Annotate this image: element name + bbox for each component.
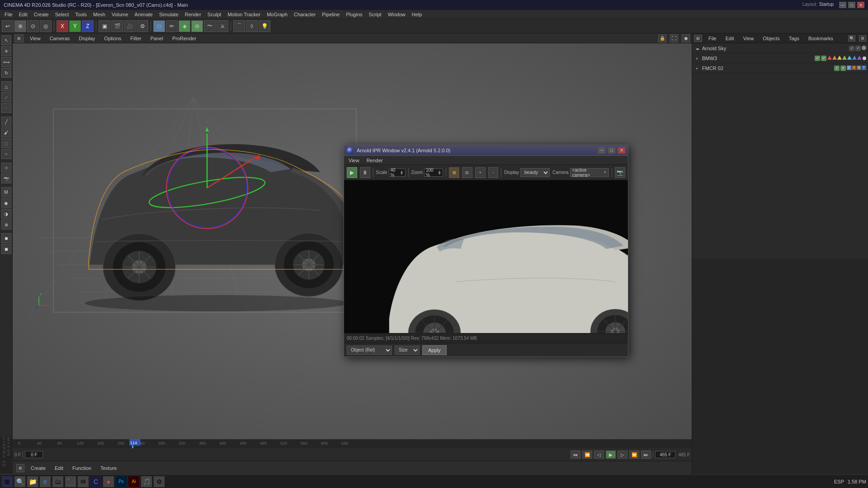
ipr-pause-btn[interactable]: ⏸: [360, 167, 370, 178]
menu-motion-tracker[interactable]: Motion Tracker: [225, 11, 263, 18]
play-button[interactable]: ▶: [606, 450, 616, 459]
tool-point[interactable]: ·: [1, 103, 11, 113]
toolbar-undo[interactable]: ↩: [2, 20, 14, 32]
toolbar-render-to[interactable]: 🎥: [124, 20, 136, 32]
ipr-view-btn4[interactable]: -: [488, 167, 499, 178]
vp-menu-panel[interactable]: Panel: [148, 35, 166, 42]
play-jump-start[interactable]: ⏮: [571, 450, 580, 459]
ipr-view-btn2[interactable]: ⊟: [462, 167, 472, 178]
menu-animate[interactable]: Animate: [132, 11, 156, 18]
ipr-zoom-field[interactable]: 100 % ▲▼: [424, 169, 443, 177]
toolbar-render-frame[interactable]: 🎬: [111, 20, 123, 32]
play-jump-end[interactable]: ⏭: [641, 450, 651, 459]
mat-menu-create[interactable]: Create: [28, 465, 48, 472]
obj-bmw3[interactable]: ▸ BMW3 ✓ ✓: [692, 53, 868, 63]
menu-character[interactable]: Character: [291, 11, 318, 18]
tool-m4[interactable]: ⊕: [1, 220, 11, 230]
rp-menu-file[interactable]: File: [706, 35, 719, 42]
toolbar-mode3[interactable]: ◎: [40, 20, 52, 32]
taskbar-mail[interactable]: ✉: [78, 476, 89, 487]
toolbar-mode1[interactable]: ⊕: [14, 20, 26, 32]
close-button[interactable]: ✕: [857, 2, 864, 8]
vp-menu-display[interactable]: Display: [76, 35, 98, 42]
rp-menu-bookmarks[interactable]: Bookmarks: [806, 35, 836, 42]
menu-tools[interactable]: Tools: [72, 11, 90, 18]
rp-menu-objects[interactable]: Objects: [760, 35, 782, 42]
viewport-lock[interactable]: 🔒: [658, 34, 666, 42]
tool-m1[interactable]: M: [1, 187, 11, 197]
taskbar-start[interactable]: ⊞: [2, 476, 13, 487]
toolbar-curve[interactable]: 〜: [204, 20, 216, 32]
mat-menu-edit[interactable]: Edit: [52, 465, 66, 472]
toolbar-bool[interactable]: ⊖: [191, 20, 203, 32]
ipr-display-select[interactable]: beauty diffuse specular: [520, 168, 550, 177]
frame-input[interactable]: [25, 451, 43, 458]
ipr-view-btn3[interactable]: +: [475, 167, 486, 178]
vp-menu-cameras[interactable]: Cameras: [47, 35, 73, 42]
mat-menu-texture[interactable]: Texture: [98, 465, 119, 472]
taskbar-ai[interactable]: Ai: [128, 476, 139, 487]
taskbar-files[interactable]: 📁: [27, 476, 38, 487]
tool-edge[interactable]: ⟋: [1, 92, 11, 102]
tool-smooth[interactable]: ~: [1, 149, 11, 159]
ipr-menu-render[interactable]: Render: [364, 157, 386, 164]
end-frame-input[interactable]: [655, 451, 675, 458]
menu-render[interactable]: Render: [182, 11, 204, 18]
taskbar-chrome[interactable]: ●: [103, 476, 114, 487]
ipr-restore[interactable]: □: [608, 147, 615, 154]
toolbar-light[interactable]: 💡: [259, 20, 270, 32]
apply-button[interactable]: Apply: [422, 345, 447, 355]
play-next-frame[interactable]: ▷: [618, 450, 627, 459]
menu-plugins[interactable]: Plugins: [343, 11, 365, 18]
tool-anim2[interactable]: ⏹: [1, 244, 11, 254]
vp-menu-options[interactable]: Options: [101, 35, 124, 42]
rp-menu-edit[interactable]: Edit: [723, 35, 737, 42]
ipr-view-btn1[interactable]: ⊞: [449, 167, 459, 178]
menu-volume[interactable]: Volume: [109, 11, 131, 18]
mat-menu-function[interactable]: Function: [70, 465, 94, 472]
toolbar-x-btn[interactable]: X: [57, 20, 68, 32]
ipr-viewport[interactable]: [344, 180, 628, 333]
tool-paint[interactable]: 🖌: [1, 127, 11, 137]
viewport-icon[interactable]: ⊞: [14, 34, 24, 42]
taskbar-media[interactable]: 🎵: [141, 476, 152, 487]
menu-create[interactable]: Create: [31, 11, 52, 18]
toolbar-fields[interactable]: ◊: [246, 20, 258, 32]
menu-script[interactable]: Script: [366, 11, 384, 18]
menu-pipeline[interactable]: Pipeline: [319, 11, 342, 18]
menu-select[interactable]: Select: [52, 11, 72, 18]
menu-simulate[interactable]: Simulate: [156, 11, 181, 18]
toolbar-z-btn[interactable]: Z: [82, 20, 94, 32]
toolbar-y-btn[interactable]: Y: [69, 20, 81, 32]
menu-file[interactable]: File: [2, 11, 15, 18]
tool-measure[interactable]: ⊹: [1, 163, 11, 173]
taskbar-search[interactable]: 🔍: [14, 476, 25, 487]
tool-line[interactable]: ╱: [1, 117, 11, 127]
ipr-close[interactable]: ✕: [618, 147, 625, 154]
tool-anim1[interactable]: ⏺: [1, 233, 11, 243]
menu-mesh[interactable]: Mesh: [90, 11, 108, 18]
toolbar-pen[interactable]: ✏: [166, 20, 178, 32]
tool-scale[interactable]: ⟺: [1, 57, 11, 67]
vp-menu-prorender[interactable]: ProRender: [170, 35, 199, 42]
obj-fmcr02[interactable]: ▸ FMCR 02 ✓ ✓ C X ⚙ T: [692, 63, 868, 73]
ipr-minimize[interactable]: ─: [598, 147, 605, 154]
taskbar-edge[interactable]: e: [40, 476, 51, 487]
toolbar-cube[interactable]: □: [153, 20, 165, 32]
taskbar-settings[interactable]: ⚙: [154, 476, 165, 487]
taskbar-cmd[interactable]: ⬛: [65, 476, 76, 487]
ipr-scale-field[interactable]: 40 % ▲▼: [389, 169, 406, 177]
tool-m2[interactable]: ◉: [1, 198, 11, 208]
tool-camera[interactable]: 📷: [1, 174, 11, 183]
vp-menu-filter[interactable]: Filter: [127, 35, 144, 42]
timeline-ruler[interactable]: 0 40 80 120 160 200 240 280 320 360 400 …: [13, 439, 692, 448]
play-prev-key[interactable]: ⏪: [582, 450, 592, 459]
menu-edit[interactable]: Edit: [16, 11, 30, 18]
toolbar-subdiv[interactable]: ◈: [179, 20, 190, 32]
play-next-key[interactable]: ⏩: [629, 450, 639, 459]
viewport-solo[interactable]: ◉: [682, 34, 690, 42]
toolbar-mode2[interactable]: ⊙: [27, 20, 39, 32]
toolbar-select[interactable]: ▣: [99, 20, 110, 32]
tool-rotate[interactable]: ↻: [1, 68, 11, 78]
ipr-object-select[interactable]: Object (Rel) Object (Abs): [347, 346, 392, 355]
